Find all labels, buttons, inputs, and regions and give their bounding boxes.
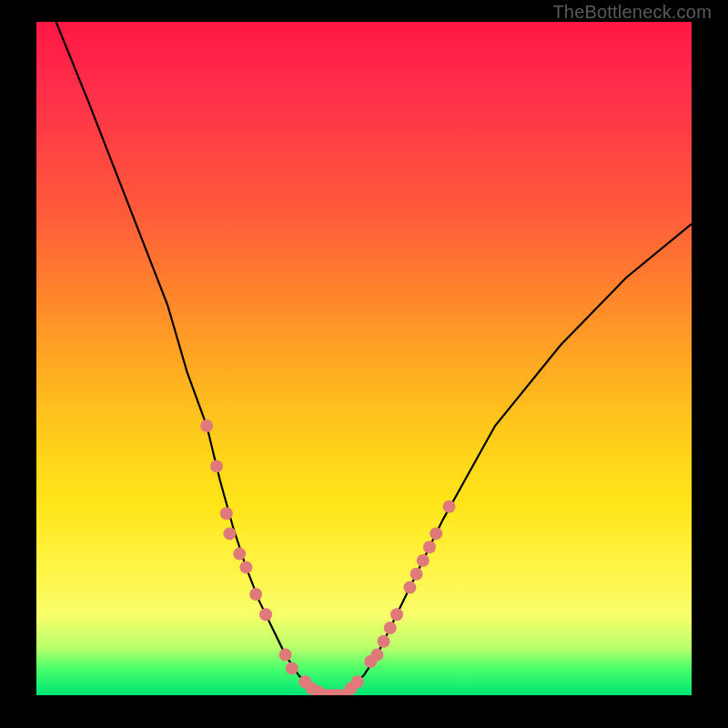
highlighted-point xyxy=(233,548,246,561)
highlighted-point xyxy=(417,554,430,567)
plot-area xyxy=(36,22,692,695)
highlighted-point xyxy=(384,622,397,634)
chart-stage: TheBottleneck.com xyxy=(0,0,728,728)
highlighted-point xyxy=(210,460,223,472)
highlighted-point xyxy=(410,568,423,581)
highlighted-point xyxy=(430,527,442,540)
highlighted-point xyxy=(223,527,236,540)
highlighted-point xyxy=(259,608,272,621)
highlighted-point xyxy=(351,675,364,688)
highlighted-point xyxy=(220,507,233,520)
highlighted-point xyxy=(390,608,403,621)
highlighted-points-group xyxy=(200,420,455,695)
highlighted-point xyxy=(286,662,298,674)
highlighted-point xyxy=(443,500,456,513)
highlighted-point xyxy=(423,541,436,553)
highlighted-point xyxy=(403,581,416,594)
highlighted-point xyxy=(279,649,292,662)
highlighted-point xyxy=(239,561,252,573)
highlighted-point xyxy=(370,649,383,662)
highlighted-point xyxy=(200,420,213,432)
watermark-text: TheBottleneck.com xyxy=(552,2,712,23)
plot-svg xyxy=(36,22,692,695)
bottleneck-curve xyxy=(56,22,692,695)
highlighted-point xyxy=(249,588,262,601)
highlighted-point xyxy=(378,635,390,648)
